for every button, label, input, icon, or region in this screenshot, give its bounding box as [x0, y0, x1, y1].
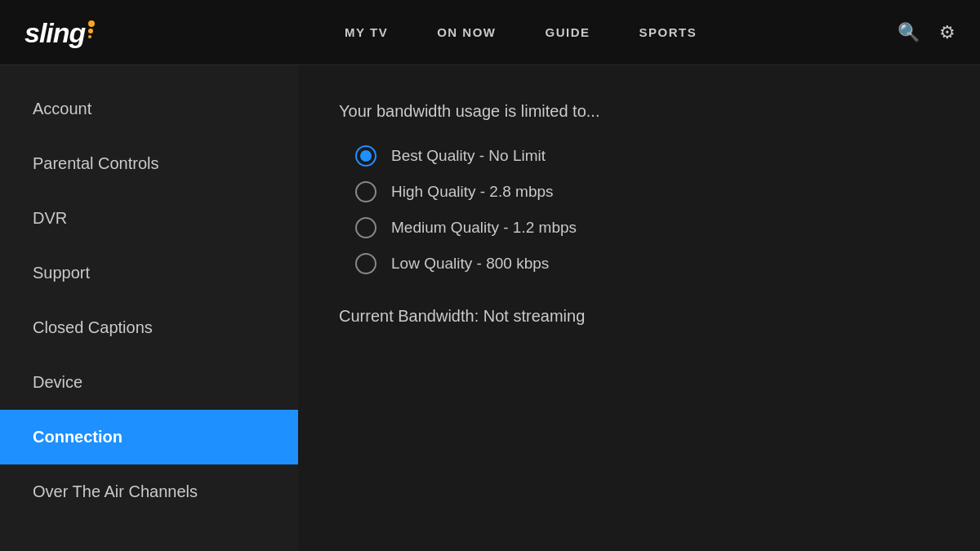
current-bandwidth-status: Current Bandwidth: Not streaming	[339, 307, 939, 326]
sidebar-item-device[interactable]: Device	[0, 355, 298, 410]
main-nav: MY TV ON NOW GUIDE SPORTS	[144, 25, 898, 39]
sidebar-item-parental-controls[interactable]: Parental Controls	[0, 136, 298, 191]
nav-item-sports[interactable]: SPORTS	[639, 25, 697, 39]
bandwidth-title: Your bandwidth usage is limited to...	[339, 102, 939, 121]
header: sling MY TV ON NOW GUIDE SPORTS 🔍 ⚙	[0, 0, 980, 65]
bandwidth-options: Best Quality - No Limit High Quality - 2…	[355, 145, 939, 274]
option-best-quality-label: Best Quality - No Limit	[391, 147, 546, 165]
header-icons: 🔍 ⚙	[898, 22, 956, 43]
radio-medium-quality[interactable]	[355, 217, 376, 238]
sidebar-item-connection[interactable]: Connection	[0, 410, 298, 464]
logo-text: sling	[24, 19, 85, 47]
sidebar-item-support[interactable]: Support	[0, 246, 298, 300]
signal-icon	[88, 20, 95, 38]
option-high-quality-label: High Quality - 2.8 mbps	[391, 183, 554, 201]
logo-area: sling	[24, 19, 95, 47]
sidebar-item-dvr[interactable]: DVR	[0, 191, 298, 246]
sidebar-item-account[interactable]: Account	[0, 82, 298, 136]
radio-best-quality[interactable]	[355, 145, 376, 167]
signal-dot-3	[88, 20, 95, 27]
sidebar-item-closed-captions[interactable]: Closed Captions	[0, 300, 298, 355]
search-icon[interactable]: 🔍	[898, 22, 920, 43]
nav-item-on-now[interactable]: ON NOW	[437, 25, 496, 39]
option-best-quality[interactable]: Best Quality - No Limit	[355, 145, 939, 167]
option-high-quality[interactable]: High Quality - 2.8 mbps	[355, 181, 939, 202]
signal-dot-1	[88, 35, 91, 38]
option-low-quality[interactable]: Low Quality - 800 kbps	[355, 253, 939, 274]
nav-item-my-tv[interactable]: MY TV	[345, 25, 388, 39]
sling-logo: sling	[24, 19, 95, 47]
option-low-quality-label: Low Quality - 800 kbps	[391, 255, 549, 273]
radio-high-quality[interactable]	[355, 181, 376, 202]
main-layout: Account Parental Controls DVR Support Cl…	[0, 65, 980, 551]
nav-item-guide[interactable]: GUIDE	[546, 25, 590, 39]
content-area: Your bandwidth usage is limited to... Be…	[298, 65, 980, 551]
option-medium-quality-label: Medium Quality - 1.2 mbps	[391, 219, 577, 237]
sidebar: Account Parental Controls DVR Support Cl…	[0, 65, 298, 551]
sidebar-item-over-the-air[interactable]: Over The Air Channels	[0, 464, 298, 519]
option-medium-quality[interactable]: Medium Quality - 1.2 mbps	[355, 217, 939, 238]
settings-icon[interactable]: ⚙	[939, 22, 956, 43]
signal-dot-2	[88, 29, 93, 33]
radio-low-quality[interactable]	[355, 253, 376, 274]
